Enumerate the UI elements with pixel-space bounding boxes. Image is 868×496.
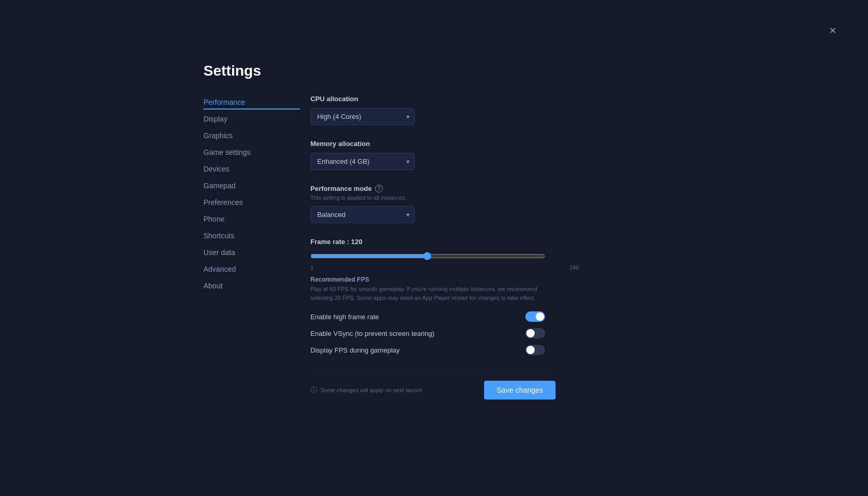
sidebar-item-phone[interactable]: Phone [203,212,300,226]
sidebar-item-shortcuts[interactable]: Shortcuts [203,228,300,243]
memory-section: Memory allocation Standard (2 GB) Enhanc… [310,140,579,170]
sidebar-item-gamepad[interactable]: Gamepad [203,178,300,193]
toggle-knob-0 [536,312,544,321]
slider-min: 1 [310,264,314,271]
cpu-label: CPU allocation [310,95,579,103]
sidebar-item-game-settings[interactable]: Game settings [203,145,300,160]
cpu-section: CPU allocation High (4 Cores) Low (1 Cor… [310,95,579,125]
sidebar-item-graphics[interactable]: Graphics [203,128,300,143]
perf-mode-header: Performance mode ? [310,185,579,192]
sidebar-item-advanced[interactable]: Advanced [203,262,300,276]
settings-body: PerformanceDisplayGraphicsGame settingsD… [203,95,579,400]
sidebar-item-display[interactable]: Display [203,112,300,126]
cpu-dropdown-wrapper: High (4 Cores) Low (1 Core) Medium (2 Co… [310,108,415,125]
toggle-label-2: Display FPS during gameplay [310,346,400,354]
footer-note-text: Some changes will apply on next launch [320,387,423,393]
memory-select[interactable]: Standard (2 GB) Enhanced (4 GB) High (8 … [310,153,415,170]
frame-rate-label: Frame rate : 120 [310,238,579,246]
toggle-2[interactable] [525,345,545,355]
perf-mode-dropdown-wrapper: Power saving Balanced High performance ▾ [310,206,415,223]
perf-mode-select[interactable]: Power saving Balanced High performance [310,206,415,223]
perf-mode-subtitle: This setting is applied to all instances… [310,195,579,201]
recommended-fps-text: Play at 60 FPS for smooth gameplay. If y… [310,285,545,302]
footer-note: ⓘ Some changes will apply on next launch [310,385,423,395]
frame-rate-slider[interactable] [310,252,545,260]
footer: ⓘ Some changes will apply on next launch… [310,370,556,400]
frame-rate-section: Frame rate : 120 1 240 Recommended FPS P… [310,238,579,355]
perf-mode-title: Performance mode [310,185,372,192]
memory-dropdown-wrapper: Standard (2 GB) Enhanced (4 GB) High (8 … [310,153,415,170]
toggle-label-0: Enable high frame rate [310,313,379,321]
slider-minmax: 1 240 [310,264,579,271]
sidebar-item-user-data[interactable]: User data [203,245,300,260]
slider-container [310,252,545,262]
toggle-row-2: Display FPS during gameplay [310,345,545,355]
perf-mode-section: Performance mode ? This setting is appli… [310,185,579,223]
page-title: Settings [203,63,579,79]
sidebar-item-devices[interactable]: Devices [203,162,300,176]
settings-container: Settings PerformanceDisplayGraphicsGame … [203,63,579,400]
close-button[interactable]: ✕ [829,26,837,35]
toggle-1[interactable] [525,328,545,338]
toggle-knob-2 [526,346,535,354]
main-content: CPU allocation High (4 Cores) Low (1 Cor… [300,95,579,400]
memory-label: Memory allocation [310,140,579,148]
perf-mode-help-icon[interactable]: ? [375,185,383,192]
info-icon: ⓘ [310,385,317,395]
toggle-row-1: Enable VSync (to prevent screen tearing) [310,328,545,338]
sidebar-item-about[interactable]: About [203,279,300,293]
save-button[interactable]: Save changes [484,381,556,400]
slider-max: 240 [570,264,579,271]
toggle-knob-1 [526,329,535,337]
cpu-select[interactable]: High (4 Cores) Low (1 Core) Medium (2 Co… [310,108,415,125]
toggle-label-1: Enable VSync (to prevent screen tearing) [310,330,435,337]
sidebar: PerformanceDisplayGraphicsGame settingsD… [203,95,300,400]
toggle-row-0: Enable high frame rate [310,311,545,322]
toggle-list: Enable high frame rateEnable VSync (to p… [310,311,579,355]
toggle-0[interactable] [525,311,545,322]
sidebar-item-preferences[interactable]: Preferences [203,195,300,210]
recommended-fps-title: Recommended FPS [310,276,579,283]
sidebar-item-performance[interactable]: Performance [203,95,300,110]
